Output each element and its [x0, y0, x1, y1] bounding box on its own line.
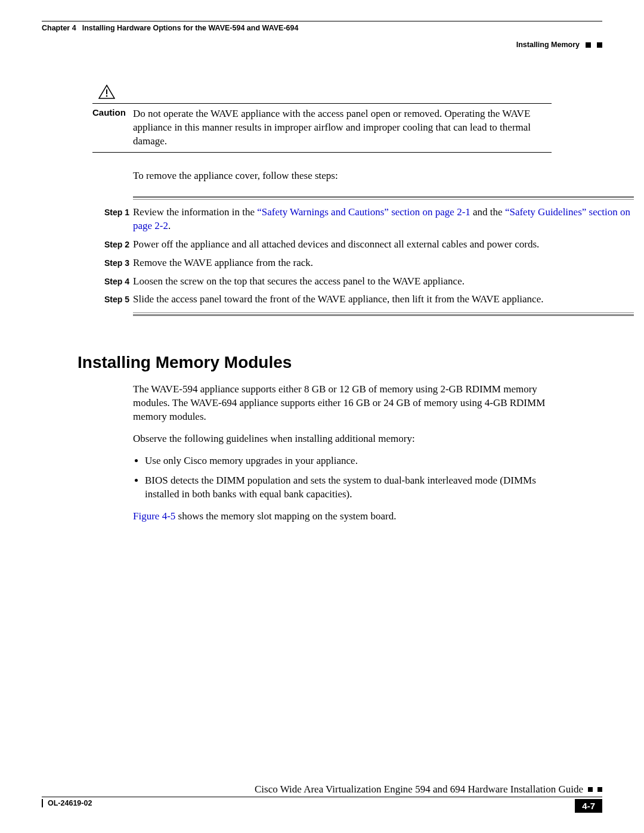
page-number: 4-7: [575, 799, 602, 813]
running-header: Chapter 4 Installing Hardware Options fo…: [42, 24, 602, 32]
footer-marker-icon: [588, 787, 593, 792]
step-text: and the: [470, 206, 505, 218]
step-label: Step 4: [104, 275, 133, 289]
footer-guide-title: Cisco Wide Area Virtualization Engine 59…: [255, 784, 583, 795]
header-marker-icon: [586, 42, 591, 48]
caution-label: Caution: [92, 107, 133, 117]
body-text: shows the memory slot mapping on the sys…: [175, 510, 396, 522]
intro-text: To remove the appliance cover, follow th…: [133, 169, 552, 183]
step-text: Power off the appliance and all attached…: [133, 238, 634, 252]
figure-link[interactable]: Figure 4-5: [133, 510, 175, 522]
step-text: .: [168, 220, 171, 231]
step-label: Step 3: [104, 256, 133, 270]
step-label: Step 1: [104, 206, 133, 233]
step-row: Step 5 Slide the access panel toward the…: [104, 293, 634, 306]
step-label: Step 2: [104, 238, 133, 252]
step-label: Step 5: [104, 293, 133, 306]
body-paragraph: The WAVE-594 appliance supports either 8…: [133, 383, 552, 424]
xref-link[interactable]: “Safety Warnings and Cautions” section o…: [257, 206, 470, 218]
list-item: Use only Cisco memory upgrades in your a…: [145, 454, 552, 468]
body-paragraph: Observe the following guidelines when in…: [133, 432, 552, 446]
footer-bar-icon: [42, 799, 43, 807]
step-text: Review the information in the: [133, 206, 257, 218]
chapter-title: Installing Hardware Options for the WAVE…: [82, 24, 299, 32]
section-title: Installing Memory: [516, 41, 580, 49]
chapter-label: Chapter 4: [42, 24, 76, 32]
caution-text: Do not operate the WAVE appliance with t…: [133, 107, 552, 148]
footer-marker-icon: [597, 787, 602, 792]
step-text: Loosen the screw on the top that secures…: [133, 275, 634, 289]
step-row: Step 4 Loosen the screw on the top that …: [104, 275, 634, 289]
list-item: BIOS detects the DIMM population and set…: [145, 474, 552, 501]
footer-doc-id: OL-24619-02: [48, 799, 92, 807]
step-row: Step 1 Review the information in the “Sa…: [104, 206, 634, 233]
step-text: Remove the WAVE appliance from the rack.: [133, 256, 634, 270]
caution-icon: [98, 85, 115, 99]
step-row: Step 2 Power off the appliance and all a…: [104, 238, 634, 252]
step-row: Step 3 Remove the WAVE appliance from th…: [104, 256, 634, 270]
header-marker-icon: [597, 42, 602, 48]
svg-point-2: [106, 95, 108, 97]
step-text: Slide the access panel toward the front …: [133, 293, 634, 306]
section-heading: Installing Memory Modules: [78, 353, 602, 372]
